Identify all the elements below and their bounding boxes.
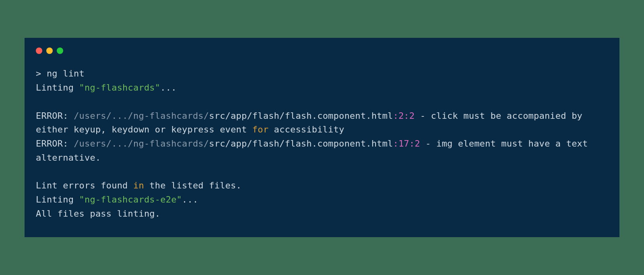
error2-path-root: /users/.../ng-flashcards/ (74, 139, 209, 149)
error1-html: html (372, 111, 393, 121)
prompt-symbol: > (36, 68, 47, 79)
lint-errors-after: the listed files. (144, 180, 242, 190)
error2-path-mid: src/app/flash/flash (209, 139, 312, 149)
terminal-output: > ng lint Linting "ng-flashcards"... ERR… (36, 67, 608, 221)
error1-path-mid: src/app/flash/flash (209, 111, 312, 121)
command-text: ng lint (47, 68, 85, 79)
window-minimize-icon[interactable] (46, 48, 53, 54)
error1-dash: - (415, 111, 431, 121)
error1-dot-2: . (366, 111, 371, 121)
terminal-window: > ng lint Linting "ng-flashcards"... ERR… (25, 38, 619, 237)
error2-dot-2: . (366, 139, 371, 149)
error-label-2: ERROR: (36, 139, 74, 149)
project-name-2: "ng-flashcards-e2e" (79, 194, 182, 205)
pass-line: All files pass linting. (36, 209, 160, 219)
error2-html: html (372, 139, 393, 149)
error2-location: :17:2 (393, 139, 420, 149)
error2-dash: - (420, 139, 436, 149)
keyword-for: for (252, 124, 268, 134)
error1-path-root: /users/.../ng-flashcards/ (74, 111, 209, 121)
window-close-icon[interactable] (36, 48, 42, 54)
ellipsis-2: ... (182, 194, 198, 205)
error1-dot-1: . (312, 111, 317, 121)
linting-prefix-1: Linting (36, 83, 79, 93)
project-name-1: "ng-flashcards" (79, 83, 161, 93)
error1-location: :2:2 (393, 111, 415, 121)
error1-component: component (317, 111, 366, 121)
linting-prefix-2: Linting (36, 194, 79, 205)
error-label-1: ERROR: (36, 111, 74, 121)
error2-dot-1: . (312, 139, 317, 149)
ellipsis-1: ... (160, 83, 176, 93)
lint-errors-before: Lint errors found (36, 180, 133, 190)
error1-msg-after: accessibility (268, 124, 344, 134)
window-traffic-lights (36, 48, 608, 54)
error2-component: component (317, 139, 366, 149)
window-zoom-icon[interactable] (57, 48, 63, 54)
keyword-in: in (133, 180, 144, 190)
